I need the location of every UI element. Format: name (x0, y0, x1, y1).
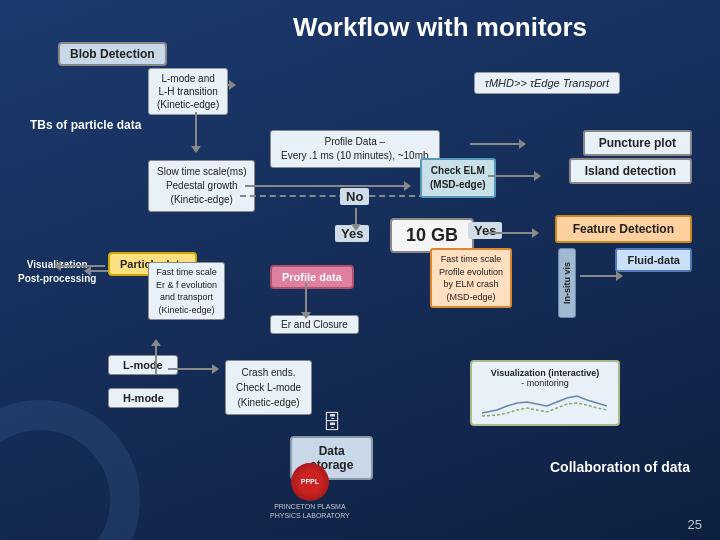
puncture-plot-label: Puncture plot (599, 136, 676, 150)
profile-data-btn[interactable]: Profile data (270, 265, 354, 289)
lmode-box: L-mode and L-H transition (Kinetic-edge) (148, 68, 228, 115)
feature-detection-box: Feature Detection (555, 215, 692, 243)
particle-data-label: TBs of particle data (30, 118, 141, 132)
lmode-line1: L-mode and (161, 73, 214, 84)
tau-text: τMHD>> τEdge Transport (485, 77, 609, 89)
pppl-logo: PPPL PRINCETON PLASMA PHYSICS LABORATORY (270, 463, 350, 520)
collaboration-label: Collaboration of data (550, 459, 690, 475)
profile-line2: Every .1 ms (10 minutes), ~10mb (281, 150, 429, 161)
profile-line1: Profile Data – (324, 136, 385, 147)
l-mode-box: L-mode (108, 355, 178, 375)
vis-chart (482, 388, 608, 418)
fast-right-line2: Profile evolution (439, 267, 503, 277)
page-number: 25 (688, 517, 702, 532)
dashed-divider (240, 195, 425, 197)
check-elm-box: Check ELM (MSD-edge) (420, 158, 496, 198)
profile-data-btn-label: Profile data (282, 271, 342, 283)
fast-right-box: Fast time scale Profile evolution by ELM… (430, 248, 512, 308)
fluid-data-box: Fluid-data (615, 248, 692, 272)
fast-left-line3: and transport (160, 292, 213, 302)
puncture-plot-box: Puncture plot (583, 130, 692, 156)
pppl-text: PRINCETON PLASMA PHYSICS LABORATORY (270, 503, 350, 520)
island-detection-box: Island detection (569, 158, 692, 184)
check-elm-line2: (MSD-edge) (430, 179, 486, 190)
ten-gb-text: 10 GB (406, 225, 458, 245)
blob-detection-box: Blob Detection (58, 42, 167, 66)
lmode-line2: L-H transition (158, 86, 217, 97)
fast-left-box: Fast time scale Er & f evolution and tra… (148, 262, 225, 320)
h-mode-box: H-mode (108, 388, 179, 408)
fast-right-line4: (MSD-edge) (447, 292, 496, 302)
er-closure-box: Er and Closure (270, 315, 359, 334)
arrow-lmode-down (195, 112, 197, 152)
crash-line3: (Kinetic-edge) (237, 397, 299, 408)
crash-box: Crash ends. Check L-mode (Kinetic-edge) (225, 360, 312, 415)
fast-right-line1: Fast time scale (441, 254, 502, 264)
feature-detection-label: Feature Detection (573, 222, 674, 236)
vis-interactive-box: Visualization (interactive) - monitoring (470, 360, 620, 426)
fast-left-line2: Er & f evolution (156, 280, 217, 290)
arrow-from-particle (85, 270, 108, 272)
data-storage-icon: 🗄 (290, 411, 373, 434)
fast-left-line4: (Kinetic-edge) (159, 305, 215, 315)
tau-formula: τMHD>> τEdge Transport (474, 72, 620, 94)
lmode-line3: (Kinetic-edge) (157, 99, 219, 110)
yes-label-2: Yes (468, 222, 502, 239)
slow-line2: Pedestal growth (166, 180, 238, 191)
slow-line3: (Kinetic-edge) (171, 194, 233, 205)
vis-int-line1: Visualization (interactive) (482, 368, 608, 378)
slow-time-box: Slow time scale(ms) Pedestal growth (Kin… (148, 160, 255, 212)
fast-right-line3: by ELM crash (444, 279, 499, 289)
crash-line2: Check L-mode (236, 382, 301, 393)
arrow-to-feature (488, 232, 538, 234)
arrow-lmode-to-crash (168, 368, 218, 370)
arrow-profile-to-puncture (470, 143, 525, 145)
h-mode-label: H-mode (123, 392, 164, 404)
slow-line1: Slow time scale(ms) (157, 166, 246, 177)
insitu-vis-text: In-situ vis (562, 262, 572, 304)
check-elm-line1: Check ELM (431, 165, 485, 176)
decorative-arc (0, 400, 140, 540)
arrow-slow-to-elm (245, 185, 410, 187)
arrow-to-fluid (580, 275, 622, 277)
crash-line1: Crash ends. (242, 367, 296, 378)
er-closure-label: Er and Closure (281, 319, 348, 330)
arrow-elm-to-island (488, 175, 540, 177)
blob-detection-label: Blob Detection (70, 47, 155, 61)
profile-data-box: Profile Data – Every .1 ms (10 minutes),… (270, 130, 440, 168)
arrow-down-to-10gb (355, 208, 357, 230)
vis-int-line2: - monitoring (482, 378, 608, 388)
arrow-up-lmode (155, 340, 157, 375)
no-label: No (340, 188, 369, 205)
chart-svg (482, 388, 608, 418)
slide-title: Workflow with monitors (180, 12, 700, 43)
arrow-down-to-er (305, 283, 307, 318)
insitu-vis-label: In-situ vis (558, 248, 576, 318)
slide: Workflow with monitors Blob Detection L-… (0, 0, 720, 540)
island-detection-label: Island detection (585, 164, 676, 178)
fast-left-line1: Fast time scale (156, 267, 217, 277)
fluid-data-label: Fluid-data (627, 254, 680, 266)
